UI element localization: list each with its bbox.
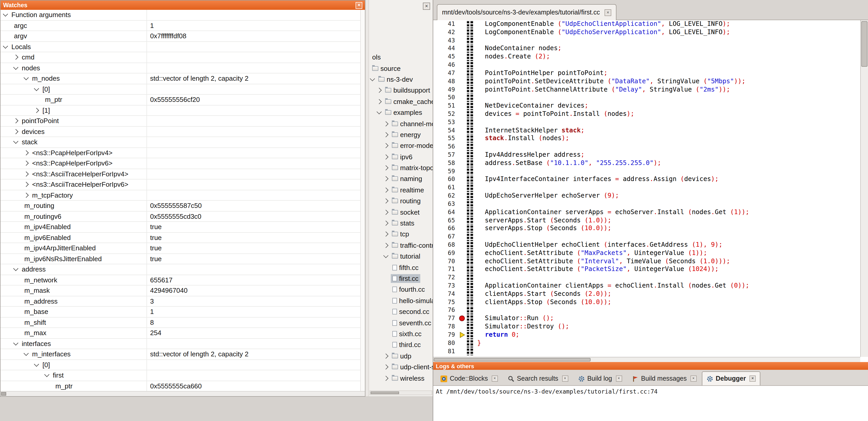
code-text[interactable]: NetDeviceContainer devices; bbox=[473, 102, 588, 110]
watch-row[interactable]: m_ipv4Enabledtrue bbox=[1, 222, 360, 232]
tree-item-second-cc[interactable]: second.cc bbox=[370, 306, 433, 317]
expand-icon[interactable] bbox=[383, 154, 389, 160]
code-text[interactable]: echoClient.SetAttribute ("PacketSize", U… bbox=[473, 266, 719, 274]
code-text[interactable]: serverApps.Start (Seconds (1.0)); bbox=[473, 217, 611, 225]
code-text[interactable] bbox=[473, 306, 477, 315]
code-line[interactable]: 72 bbox=[433, 273, 860, 282]
collapse-icon[interactable] bbox=[370, 76, 375, 81]
line-number[interactable]: 59 bbox=[433, 167, 458, 175]
tree-item-ols[interactable]: ols bbox=[370, 52, 433, 63]
code-text[interactable]: LogComponentEnable ("UdpEchoServerApplic… bbox=[473, 28, 730, 37]
scrollbar-thumb[interactable] bbox=[861, 21, 867, 67]
close-icon[interactable]: × bbox=[562, 376, 568, 382]
tree-item-error-model[interactable]: error-model bbox=[370, 140, 433, 151]
code-line[interactable]: 64 ApplicationContainer serverApps = ech… bbox=[433, 208, 860, 217]
code-text[interactable]: Simulator::Run (); bbox=[473, 315, 554, 323]
close-icon[interactable]: × bbox=[355, 2, 362, 8]
line-number[interactable]: 56 bbox=[433, 143, 458, 151]
watch-row[interactable]: cmd bbox=[1, 52, 360, 63]
watch-row[interactable]: pointToPoint bbox=[1, 116, 360, 126]
tree-item-traffic-control[interactable]: traffic-control bbox=[370, 240, 433, 251]
line-number[interactable]: 70 bbox=[433, 257, 458, 266]
collapse-icon[interactable] bbox=[44, 372, 50, 377]
line-number[interactable]: 76 bbox=[433, 306, 458, 315]
line-number[interactable]: 75 bbox=[433, 298, 458, 306]
watch-row[interactable]: [0] bbox=[1, 84, 360, 95]
tree-item-first-cc[interactable]: first.cc bbox=[370, 273, 433, 284]
watch-row[interactable]: Function arguments bbox=[1, 10, 360, 21]
tree-item-naming[interactable]: naming bbox=[370, 173, 433, 185]
code-line[interactable]: 76 bbox=[433, 306, 860, 315]
tree-item-matrix-topology[interactable]: matrix-topology bbox=[370, 162, 433, 173]
line-number[interactable]: 51 bbox=[433, 102, 458, 110]
expand-icon[interactable] bbox=[376, 88, 382, 93]
expand-icon[interactable] bbox=[24, 182, 29, 187]
code-text[interactable]: ApplicationContainer clientApps = echoCl… bbox=[473, 282, 749, 290]
code-line[interactable]: 69 echoClient.SetAttribute ("MaxPackets"… bbox=[433, 249, 860, 258]
code-line[interactable]: 81 bbox=[433, 347, 860, 356]
expand-icon[interactable] bbox=[13, 119, 19, 124]
watch-row[interactable]: [1] bbox=[1, 105, 360, 116]
code-line[interactable]: 54 InternetStackHelper stack; bbox=[433, 126, 860, 135]
line-number[interactable]: 61 bbox=[433, 184, 458, 192]
line-number[interactable]: 68 bbox=[433, 241, 458, 249]
tree-item-stats[interactable]: stats bbox=[370, 218, 433, 229]
editor-vertical-scrollbar[interactable] bbox=[860, 20, 868, 357]
code-line[interactable]: 65 serverApps.Start (Seconds (1.0)); bbox=[433, 217, 860, 225]
code-line[interactable]: 74 clientApps.Start (Seconds (2.0)); bbox=[433, 290, 860, 298]
code-line[interactable]: 44 NodeContainer nodes; bbox=[433, 45, 860, 53]
log-tab-build-messages[interactable]: Build messages× bbox=[627, 371, 701, 385]
line-number[interactable]: 43 bbox=[433, 36, 458, 45]
line-number[interactable]: 42 bbox=[433, 28, 458, 37]
code-line[interactable]: 60 Ipv4InterfaceContainer interfaces = a… bbox=[433, 175, 860, 184]
collapse-icon[interactable] bbox=[34, 86, 39, 91]
expand-icon[interactable] bbox=[24, 161, 29, 166]
tree-item-sixth-cc[interactable]: sixth.cc bbox=[370, 328, 433, 339]
watches-titlebar[interactable]: Watches × bbox=[1, 1, 365, 10]
code-text[interactable]: ApplicationContainer serverApps = echoSe… bbox=[473, 208, 749, 217]
code-line[interactable]: 53 bbox=[433, 119, 860, 127]
code-text[interactable] bbox=[473, 143, 477, 151]
code-text[interactable]: UdpEchoServerHelper echoServer (9); bbox=[473, 192, 619, 200]
code-text[interactable]: devices = pointToPoint.Install (nodes); bbox=[473, 110, 634, 119]
code-text[interactable]: UdpEchoClientHelper echoClient (interfac… bbox=[473, 241, 722, 249]
expand-icon[interactable] bbox=[383, 199, 389, 204]
line-number[interactable]: 78 bbox=[433, 323, 458, 331]
code-text[interactable] bbox=[473, 36, 477, 45]
expand-icon[interactable] bbox=[383, 165, 389, 170]
collapse-icon[interactable] bbox=[13, 65, 19, 70]
line-number[interactable]: 45 bbox=[433, 53, 458, 61]
tree-item-channel-models[interactable]: channel-models bbox=[370, 118, 433, 129]
collapse-icon[interactable] bbox=[383, 253, 389, 258]
code-text[interactable]: return 0; bbox=[473, 331, 519, 339]
code-line[interactable]: 49 pointToPoint.SetChannelAttribute ("De… bbox=[433, 86, 860, 94]
code-text[interactable]: pointToPoint.SetChannelAttribute ("Delay… bbox=[473, 86, 730, 94]
expand-icon[interactable] bbox=[376, 99, 382, 104]
watch-row[interactable]: interfaces bbox=[1, 338, 360, 349]
code-line[interactable]: 58 address.SetBase ("10.1.1.0", "255.255… bbox=[433, 159, 860, 168]
code-line[interactable]: 78 Simulator::Destroy (); bbox=[433, 323, 860, 331]
code-text[interactable]: LogComponentEnable ("UdpEchoClientApplic… bbox=[473, 20, 730, 28]
code-text[interactable]: Ipv4AddressHelper address; bbox=[473, 151, 585, 159]
code-line[interactable]: 56 bbox=[433, 143, 860, 151]
watch-row[interactable]: m_ptr0x55555556cf20 bbox=[1, 95, 360, 105]
code-line[interactable]: 62 UdpEchoServerHelper echoServer (9); bbox=[433, 192, 860, 200]
watch-row[interactable]: m_base1 bbox=[1, 307, 360, 317]
scrollbar-thumb[interactable] bbox=[1, 392, 6, 396]
watch-row[interactable]: first bbox=[1, 370, 360, 381]
line-number[interactable]: 79 bbox=[433, 331, 458, 339]
code-text[interactable]: Ipv4InterfaceContainer interfaces = addr… bbox=[473, 175, 719, 184]
line-number[interactable]: 64 bbox=[433, 208, 458, 217]
watch-row[interactable]: m_network655617 bbox=[1, 275, 360, 286]
collapse-icon[interactable] bbox=[24, 351, 29, 356]
watch-row[interactable]: m_shift8 bbox=[1, 317, 360, 328]
line-number[interactable]: 49 bbox=[433, 86, 458, 94]
code-text[interactable]: pointToPoint.SetDeviceAttribute ("DataRa… bbox=[473, 77, 746, 86]
breakpoint-icon[interactable] bbox=[459, 316, 465, 321]
line-number[interactable]: 58 bbox=[433, 159, 458, 168]
expand-icon[interactable] bbox=[24, 171, 29, 176]
code-text[interactable] bbox=[473, 184, 477, 192]
code-text[interactable] bbox=[473, 167, 477, 175]
close-icon[interactable]: × bbox=[423, 3, 430, 10]
code-line[interactable]: 59 bbox=[433, 167, 860, 175]
